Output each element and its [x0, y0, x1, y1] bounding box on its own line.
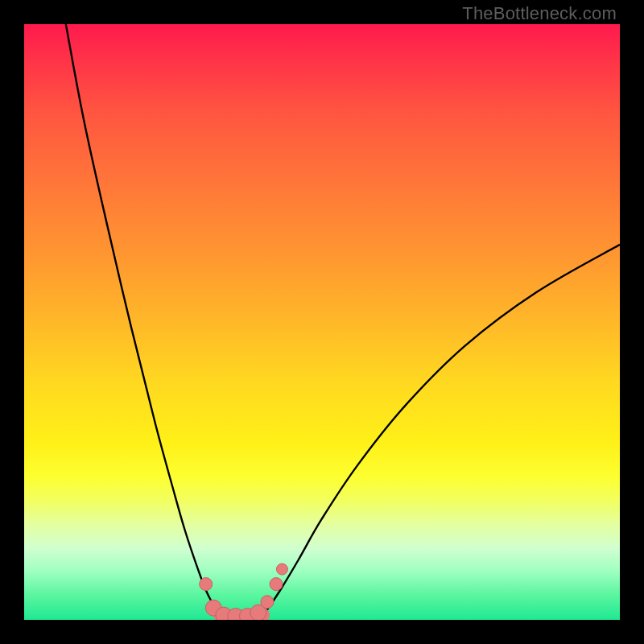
chart-marker-0 [200, 578, 213, 591]
chart-markers [200, 564, 288, 620]
chart-marker-8 [276, 564, 287, 575]
chart-series-left-curve [66, 24, 221, 615]
chart-curves [66, 24, 620, 617]
chart-series-right-curve [262, 245, 620, 615]
chart-svg [24, 24, 620, 620]
chart-frame [24, 24, 620, 620]
chart-marker-6 [261, 596, 274, 609]
watermark-text: TheBottleneck.com [462, 3, 617, 24]
chart-marker-7 [270, 578, 283, 591]
